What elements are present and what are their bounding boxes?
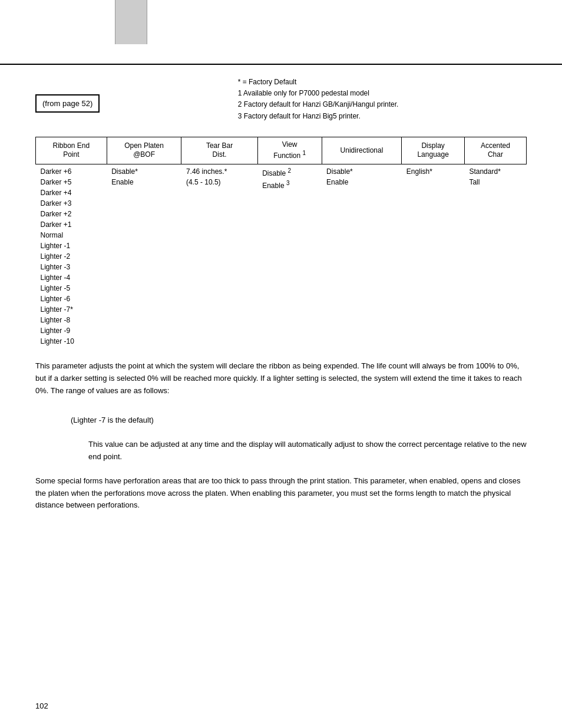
col-header-display-language: DisplayLanguage bbox=[402, 137, 465, 164]
legend-notes: * = Factory Default 1 Available only for… bbox=[238, 77, 399, 122]
cell-view-function-values: Disable 2 Enable 3 bbox=[257, 164, 322, 348]
from-page-box: (from page 52) bbox=[35, 94, 100, 113]
page-tab bbox=[115, 0, 147, 44]
from-page-section: (from page 52) bbox=[35, 77, 141, 113]
open-platen-section: Some special forms have perforation area… bbox=[35, 475, 527, 512]
col-header-ribbon-end-point: Ribbon EndPoint bbox=[36, 137, 107, 164]
cell-ribbon-values: Darker +6 Darker +5 Darker +4 Darker +3 … bbox=[36, 164, 107, 348]
cell-accented-char-values: Standard* Tall bbox=[464, 164, 526, 348]
col-header-open-platen: Open Platen@BOF bbox=[107, 137, 181, 164]
value-adjust-block: This value can be adjusted at any time a… bbox=[88, 439, 527, 463]
col-header-accented-char: AccentedChar bbox=[464, 137, 526, 164]
lighter-default-para: (Lighter -7 is the default) bbox=[71, 414, 527, 427]
open-platen-para: Some special forms have perforation area… bbox=[35, 475, 527, 512]
main-content: This parameter adjusts the point at whic… bbox=[0, 360, 562, 512]
col-header-tear-bar: Tear BarDist. bbox=[181, 137, 257, 164]
cell-unidirectional-values: Disable* Enable bbox=[322, 164, 402, 348]
ribbon-end-point-para: This parameter adjusts the point at whic… bbox=[35, 360, 527, 397]
col-header-unidirectional: Unidirectional bbox=[322, 137, 402, 164]
lighter-default-block: (Lighter -7 is the default) bbox=[71, 414, 527, 427]
from-page-label: (from page 52) bbox=[42, 99, 92, 108]
legend-note-4: 3 Factory default for Hanzi Big5 printer… bbox=[238, 111, 399, 122]
page: (from page 52) * = Factory Default 1 Ava… bbox=[0, 0, 562, 728]
cell-display-language-values: English* bbox=[402, 164, 465, 348]
flow-table: Ribbon EndPoint Open Platen@BOF Tear Bar… bbox=[35, 137, 527, 348]
flow-diagram: Ribbon EndPoint Open Platen@BOF Tear Bar… bbox=[35, 137, 527, 348]
cell-tear-bar-values: 7.46 inches.* (4.5 - 10.5) bbox=[181, 164, 257, 348]
header-area bbox=[0, 0, 562, 65]
legend-note-1: * = Factory Default bbox=[238, 77, 399, 88]
value-adjust-para: This value can be adjusted at any time a… bbox=[88, 439, 527, 463]
legend-area: (from page 52) * = Factory Default 1 Ava… bbox=[0, 77, 562, 122]
ribbon-end-point-section: This parameter adjusts the point at whic… bbox=[35, 360, 527, 397]
col-header-view-function: ViewFunction 1 bbox=[257, 137, 322, 164]
legend-note-3: 2 Factory default for Hanzi GB/Kanji/Han… bbox=[238, 99, 399, 110]
table-row: Darker +6 Darker +5 Darker +4 Darker +3 … bbox=[36, 164, 527, 348]
cell-open-platen-values: Disable* Enable bbox=[107, 164, 181, 348]
page-number: 102 bbox=[35, 701, 48, 710]
legend-note-2: 1 Available only for P7000 pedestal mode… bbox=[238, 88, 399, 99]
